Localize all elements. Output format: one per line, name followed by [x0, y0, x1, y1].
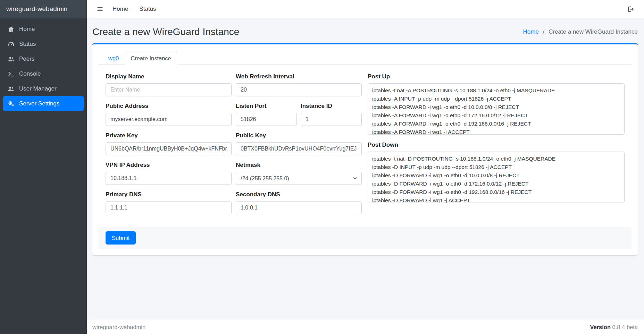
home-icon: [8, 26, 15, 33]
public-address-label: Public Address: [106, 102, 232, 110]
peers-icon: [8, 55, 15, 62]
breadcrumb-home-link[interactable]: Home: [523, 28, 538, 35]
private-key-input[interactable]: [106, 142, 232, 155]
netmask-select[interactable]: /24 (255.255.255.0): [236, 172, 362, 185]
content-header: Create a new WireGuard Instance Home / C…: [92, 25, 638, 38]
card-body: wg0 Create Instance Display Name Web Ref…: [92, 44, 638, 255]
field-public-key: Public Key: [236, 132, 362, 155]
sidebar-item-status[interactable]: Status: [3, 36, 84, 51]
field-vpn-ip-address: VPN IP Address: [106, 161, 232, 185]
instance-card: wg0 Create Instance Display Name Web Ref…: [92, 43, 638, 255]
sidebar-item-label: Console: [19, 70, 41, 77]
sidebar-item-console[interactable]: Console: [3, 66, 84, 81]
sidebar: wireguard-webadmin Home Status Peers: [0, 0, 87, 334]
instance-form: Display Name Web Refresh Interval Public…: [99, 65, 632, 214]
field-display-name: Display Name: [106, 73, 232, 96]
netmask-label: Netmask: [236, 161, 362, 169]
console-icon: [8, 70, 15, 77]
form-footer: Submit: [99, 227, 632, 249]
sidebar-menu: Home Status Peers Console: [0, 18, 87, 114]
post-down-textarea[interactable]: iptables -t nat -D POSTROUTING -s 10.188…: [368, 152, 625, 203]
post-up-textarea[interactable]: iptables -t nat -A POSTROUTING -s 10.188…: [368, 83, 625, 135]
field-listen-port: Listen Port: [236, 102, 297, 126]
content: Create a new WireGuard Instance Home / C…: [87, 18, 644, 320]
instance-id-label: Instance ID: [301, 102, 362, 110]
sidebar-item-label: Home: [19, 26, 35, 33]
vpn-ip-address-label: VPN IP Address: [106, 161, 232, 169]
secondary-dns-input[interactable]: [236, 201, 362, 214]
topbar-link-home[interactable]: Home: [107, 6, 134, 12]
field-primary-dns: Primary DNS: [106, 191, 232, 214]
tabs: wg0 Create Instance: [99, 52, 632, 65]
topbar: Home Status: [87, 0, 644, 18]
form-left: Display Name Web Refresh Interval Public…: [106, 73, 362, 214]
logout-button[interactable]: [626, 4, 636, 14]
footer-app-name: wireguard-webadmin: [92, 324, 145, 331]
sidebar-item-label: Server Settings: [19, 100, 59, 107]
submit-button[interactable]: Submit: [106, 231, 136, 245]
field-post-up: Post Up iptables -t nat -A POSTROUTING -…: [368, 73, 625, 135]
display-name-label: Display Name: [106, 73, 232, 80]
logout-icon: [627, 6, 634, 13]
sidebar-item-label: Status: [19, 41, 36, 48]
breadcrumb-current: Create a new WireGuard Instance: [549, 28, 638, 35]
user-manager-icon: [8, 85, 15, 92]
hamburger-icon: [97, 6, 103, 12]
status-icon: [8, 41, 15, 48]
vpn-ip-address-input[interactable]: [106, 172, 232, 185]
footer-version-value: 0.8.4 beta: [612, 324, 638, 330]
app-root: wireguard-webadmin Home Status Peers: [0, 0, 644, 334]
post-down-label: Post Down: [368, 141, 625, 149]
field-private-key: Private Key: [106, 132, 232, 155]
hamburger-menu-button[interactable]: [93, 3, 107, 15]
web-refresh-interval-input[interactable]: [236, 83, 362, 96]
page-footer: wireguard-webadmin Version 0.8.4 beta: [87, 320, 644, 334]
netmask-select-wrap: /24 (255.255.255.0): [236, 172, 362, 185]
display-name-input[interactable]: [106, 83, 232, 96]
server-settings-icon: [8, 100, 15, 107]
sidebar-item-label: Peers: [19, 55, 34, 62]
listen-port-input[interactable]: [236, 113, 297, 126]
breadcrumb-separator: /: [543, 28, 545, 35]
port-instance-row: Listen Port Instance ID: [236, 102, 362, 126]
sidebar-item-user-manager[interactable]: User Manager: [3, 81, 84, 96]
topbar-link-status[interactable]: Status: [134, 6, 161, 12]
field-public-address: Public Address: [106, 102, 232, 126]
field-post-down: Post Down iptables -t nat -D POSTROUTING…: [368, 141, 625, 203]
breadcrumb: Home / Create a new WireGuard Instance: [523, 28, 638, 35]
tab-create-instance[interactable]: Create Instance: [125, 52, 177, 65]
page-title: Create a new WireGuard Instance: [92, 25, 239, 38]
sidebar-item-peers[interactable]: Peers: [3, 51, 84, 66]
brand-label: wireguard-webadmin: [6, 5, 67, 13]
main-column: Home Status Create a new WireGuard Insta…: [87, 0, 644, 334]
secondary-dns-label: Secondary DNS: [236, 191, 362, 198]
sidebar-item-label: User Manager: [19, 85, 57, 92]
form-right: Post Up iptables -t nat -A POSTROUTING -…: [368, 73, 625, 214]
sidebar-item-server-settings[interactable]: Server Settings: [3, 96, 84, 111]
public-key-input[interactable]: [236, 142, 362, 155]
primary-dns-label: Primary DNS: [106, 191, 232, 198]
field-web-refresh-interval: Web Refresh Interval: [236, 73, 362, 96]
public-key-label: Public Key: [236, 132, 362, 139]
field-netmask: Netmask /24 (255.255.255.0): [236, 161, 362, 185]
primary-dns-input[interactable]: [106, 201, 232, 214]
listen-port-label: Listen Port: [236, 102, 297, 110]
private-key-label: Private Key: [106, 132, 232, 139]
footer-version-label: Version: [590, 324, 611, 330]
field-instance-id: Instance ID: [301, 102, 362, 126]
brand[interactable]: wireguard-webadmin: [0, 0, 87, 18]
footer-version: Version 0.8.4 beta: [590, 324, 638, 331]
web-refresh-interval-label: Web Refresh Interval: [236, 73, 362, 80]
sidebar-item-home[interactable]: Home: [3, 22, 84, 36]
public-address-input[interactable]: [106, 113, 232, 126]
tab-wg0[interactable]: wg0: [102, 52, 125, 65]
instance-id-input[interactable]: [301, 113, 362, 126]
field-secondary-dns: Secondary DNS: [236, 191, 362, 214]
post-up-label: Post Up: [368, 73, 625, 80]
